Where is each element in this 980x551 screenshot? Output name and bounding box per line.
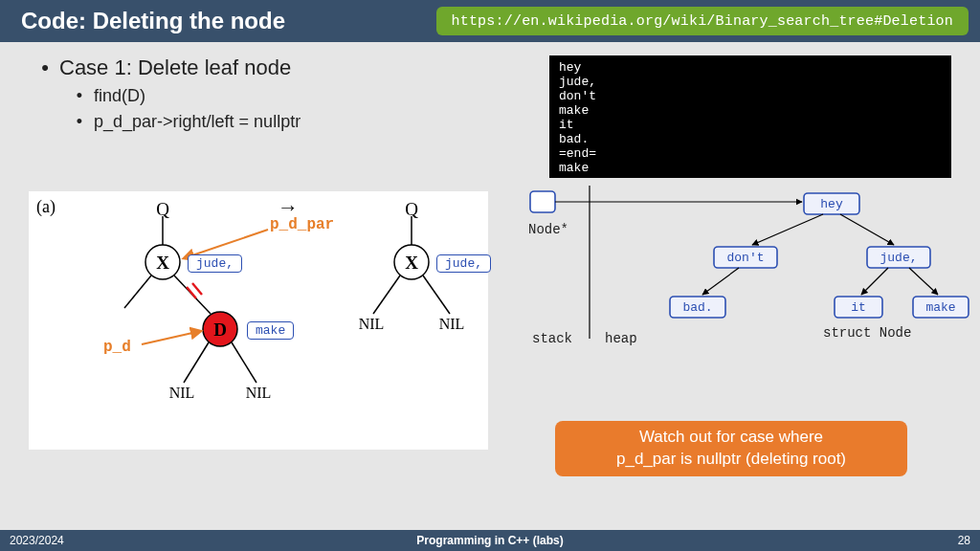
footer-course: Programming in C++ (labs) [0,534,980,547]
svg-line-13 [840,214,894,245]
warning-callout: Watch out for case where p_d_par is null… [555,421,907,476]
svg-line-3 [187,287,196,298]
heap-node-rr-text: make [925,300,955,315]
left-tree: Q X D NIL NIL [124,199,271,402]
svg-line-4 [192,283,202,295]
node-x-label: X [156,253,169,273]
heap-node-l-text: don't [726,251,764,265]
reference-url-text: https://en.wikipedia.org/wiki/Binary_sea… [452,13,953,30]
reference-url-pill[interactable]: https://en.wikipedia.org/wiki/Binary_sea… [436,7,969,35]
bullet-sub2-text: p_d_par->right/left = nullptr [94,112,301,132]
svg-line-16 [909,268,938,295]
node-d-label: D [213,320,227,340]
svg-line-1 [124,276,151,308]
bullet-level2: • find(D) [73,86,301,106]
pd-label: p_d [103,339,131,356]
callout-line2: p_d_par is nullptr (deleting root) [616,450,846,468]
bullet-dot-icon: • [73,112,86,132]
svg-line-8 [373,276,400,314]
tag-x-value: jude, [188,254,242,273]
heap-node-r-text: jude, [880,251,917,265]
bullet-dot-icon: • [38,55,52,80]
pdpar-label: p_d_par [270,216,334,233]
svg-line-14 [702,268,739,295]
terminal-output: hey jude, don't make it bad. =end= make [549,55,951,178]
bullet-dot-icon: • [73,86,86,106]
bullet-level2: • p_d_par->right/left = nullptr [73,112,301,132]
struct-node-label: struct Node [823,325,911,341]
heap-region-label: heap [605,331,637,346]
pd-arrow-icon [142,331,201,344]
deletion-figure: (a) Q X D NIL [29,191,488,450]
figure-svg: Q X D NIL NIL → Q [29,191,488,450]
node-q-label: Q [156,199,169,219]
bullet-list: • Case 1: Delete leaf node • find(D) • p… [38,55,301,132]
stack-region-label: stack [532,331,572,346]
svg-line-5 [184,342,209,383]
nil-label: NIL [359,316,385,332]
nil-label: NIL [246,385,272,401]
svg-line-15 [861,268,888,295]
heap-node-ll-text: bad. [682,300,712,315]
svg-line-6 [232,342,256,383]
nil-label: NIL [439,316,465,332]
nil-label: NIL [169,385,195,401]
stack-pointer-label: Node* [528,222,568,237]
callout-line1: Watch out for case where [639,428,823,446]
node-x-label: X [405,253,418,273]
stack-pointer-box [530,191,555,212]
tag-d-value: make [247,321,294,340]
tag-x-value-right: jude, [436,254,491,273]
node-q-label: Q [405,199,418,219]
svg-line-12 [752,214,823,245]
bullet-level1: • Case 1: Delete leaf node [38,55,301,80]
bullet-case-text: Case 1: Delete leaf node [59,55,291,80]
slide-title: Code: Deleting the node [21,8,285,34]
bullet-sub1-text: find(D) [94,86,145,106]
svg-line-9 [423,276,450,314]
heap-node-rl-text: it [851,300,866,315]
slide: Code: Deleting the node https://en.wikip… [0,0,980,551]
heap-node-root-text: hey [820,197,843,211]
footer-bar: 2023/2024 Programming in C++ (labs) 28 [0,530,980,551]
